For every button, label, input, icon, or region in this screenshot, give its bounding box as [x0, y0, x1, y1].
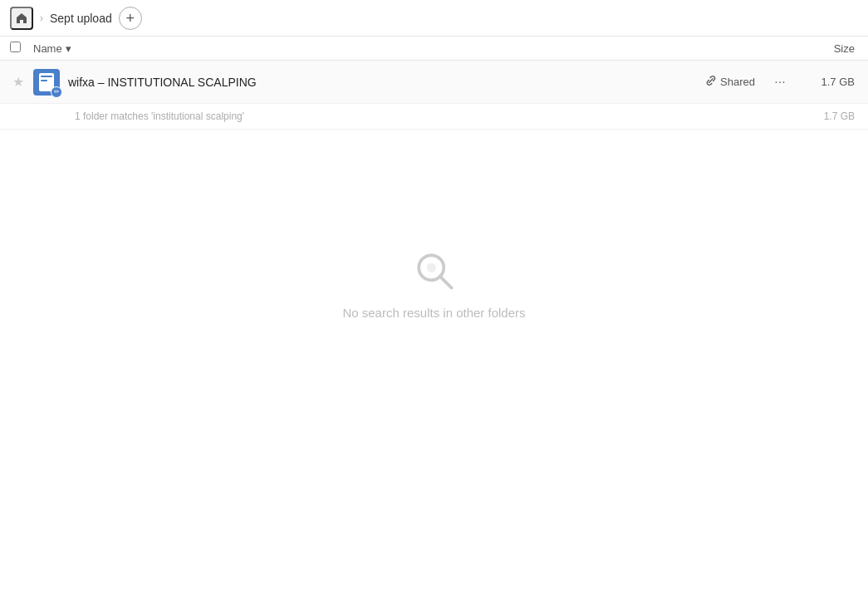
home-icon [15, 12, 28, 25]
file-name: wifxa – INSTITUTIONAL SCALPING [68, 76, 705, 89]
column-header: Name ▾ Size [0, 37, 868, 61]
size-column-header: Size [805, 42, 855, 55]
breadcrumb-item[interactable]: Sept upload [50, 12, 112, 25]
breadcrumb-label: Sept upload [50, 12, 112, 25]
file-row[interactable]: ★ ✏ wifxa – INSTITUTIONAL SCALPING Share… [0, 61, 868, 104]
home-button[interactable] [10, 7, 33, 30]
file-icon: ✏ [33, 69, 60, 96]
empty-state: No search results in other folders [0, 130, 868, 320]
more-icon: ··· [774, 75, 785, 90]
link-icon [705, 75, 717, 89]
shared-label: Shared [720, 76, 755, 88]
matches-text: 1 folder matches 'institutional scalping… [75, 110, 244, 122]
no-results-icon [409, 246, 459, 296]
svg-point-2 [426, 263, 435, 272]
name-column-label: Name [33, 42, 62, 55]
file-size: 1.7 GB [805, 76, 855, 88]
info-row: 1 folder matches 'institutional scalping… [0, 104, 868, 130]
svg-line-1 [439, 277, 451, 288]
shared-badge: Shared [705, 75, 755, 89]
no-results-text: No search results in other folders [342, 306, 525, 320]
chain-link-icon [705, 75, 717, 86]
add-button[interactable]: + [119, 7, 142, 30]
star-button[interactable]: ★ [10, 74, 27, 90]
checkbox-input[interactable] [10, 42, 21, 52]
select-all-checkbox[interactable] [10, 42, 27, 55]
name-column-header[interactable]: Name ▾ [33, 42, 805, 55]
add-icon: + [125, 11, 135, 26]
breadcrumb-chevron: › [40, 12, 43, 24]
file-meta: Shared ··· 1.7 GB [705, 71, 855, 94]
info-size: 1.7 GB [824, 110, 855, 122]
header-bar: › Sept upload + [0, 0, 868, 37]
more-button[interactable]: ··· [768, 71, 792, 94]
pencil-badge: ✏ [51, 86, 62, 98]
sort-icon: ▾ [66, 42, 71, 55]
size-column-label: Size [834, 42, 855, 55]
